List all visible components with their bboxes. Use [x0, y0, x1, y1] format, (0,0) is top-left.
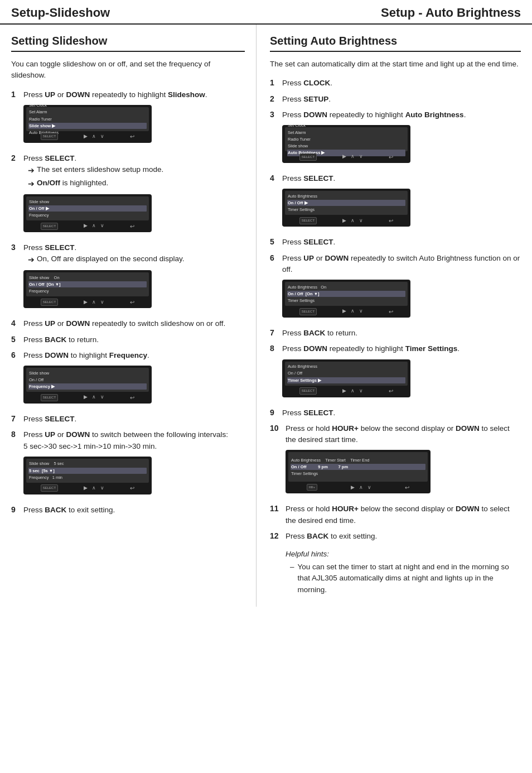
left-step-2: 2 Press SELECT. ➔The set enters slidesho…	[11, 153, 245, 238]
step-7-content: Press SELECT.	[23, 414, 245, 425]
left-step-7: 7 Press SELECT.	[11, 414, 245, 425]
r-step-8-content: Press DOWN repeatedly to highlight Timer…	[282, 343, 521, 402]
header: Setup-Slideshow Setup - Auto Brightness	[0, 0, 532, 25]
right-step-5: 5 Press SELECT.	[270, 237, 521, 248]
step-num-9: 9	[11, 505, 23, 514]
right-step-2: 2 Press SETUP.	[270, 94, 521, 105]
r-device-step6: Auto Brightness On On / Off [On ▼] Timer…	[282, 280, 521, 318]
step-num-5: 5	[11, 334, 23, 344]
left-column: Setting Slideshow You can toggle slidesh…	[0, 25, 257, 607]
right-step-1: 1 Press CLOCK.	[270, 78, 521, 89]
header-left: Setup-Slideshow	[11, 6, 110, 20]
left-step-3: 3 Press SELECT. ➔On, Off are displayed o…	[11, 242, 245, 314]
step-num-1: 1	[11, 89, 23, 99]
r-step-3-content: Press DOWN repeatedly to highlight Auto …	[282, 109, 521, 169]
step-4-content: Press UP or DOWN repeatedly to switch sl…	[23, 318, 245, 329]
right-step-10: 10 Press or hold HOUR+ below the second …	[270, 423, 521, 500]
right-step-7: 7 Press BACK to return.	[270, 328, 521, 339]
helpful-hints-title: Helpful hints:	[286, 550, 521, 558]
step-8-content: Press UP or DOWN to switch between the f…	[23, 429, 245, 500]
step-9-content: Press BACK to exit setting.	[23, 505, 245, 516]
step-num-4: 4	[11, 318, 23, 328]
left-step-1: 1 Press UP or DOWN repeatedly to highlig…	[11, 89, 245, 148]
step-num-7: 7	[11, 414, 23, 423]
left-section-title: Setting Slideshow	[11, 35, 245, 52]
device-step8: Slide show 5 sec 5 sec [5s ▼] Frequency …	[23, 457, 245, 494]
r-step-12-content: Press BACK to exit setting.	[286, 531, 521, 542]
r-device-step3: Set Clock Set Alarm Radio Tuner Slide sh…	[282, 125, 521, 163]
device-step1: Set Clock Set Alarm Radio Tuner Slide sh…	[23, 105, 245, 143]
r-step-num-5: 5	[270, 237, 282, 246]
right-step-9: 9 Press SELECT.	[270, 407, 521, 419]
left-step-4: 4 Press UP or DOWN repeatedly to switch …	[11, 318, 245, 329]
left-step-6: 6 Press DOWN to highlight Frequency. Sli…	[11, 350, 245, 409]
step-3-content: Press SELECT. ➔On, Off are displayed on …	[23, 242, 245, 314]
r-step-num-2: 2	[270, 94, 282, 103]
r-device-step8: Auto Brightness On / Off Timer Settings …	[282, 359, 521, 397]
helpful-hint: – You can set the timer to start at nigh…	[286, 561, 521, 596]
left-intro: You can toggle slideshow on or off, and …	[11, 59, 245, 81]
r-step-9-content: Press SELECT.	[282, 407, 521, 419]
r-step-num-1: 1	[270, 78, 282, 87]
step-num-8: 8	[11, 429, 23, 439]
right-step-8: 8 Press DOWN repeatedly to highlight Tim…	[270, 343, 521, 402]
step-6-content: Press DOWN to highlight Frequency. Slide…	[23, 350, 245, 409]
left-step-9: 9 Press BACK to exit setting.	[11, 505, 245, 516]
helpful-hint-text: You can set the timer to start at night …	[298, 561, 521, 596]
header-right: Setup - Auto Brightness	[381, 6, 521, 20]
r-step-num-3: 3	[270, 109, 282, 119]
r-step-num-9: 9	[270, 407, 282, 417]
step-num-6: 6	[11, 350, 23, 359]
right-step-11: 11 Press or hold HOUR+ below the second …	[270, 503, 521, 526]
step-2-content: Press SELECT. ➔The set enters slideshow …	[23, 153, 245, 238]
r-step-num-10: 10	[270, 423, 286, 433]
step-1-content: Press UP or DOWN repeatedly to highlight…	[23, 89, 245, 148]
left-step-5: 5 Press BACK to return.	[11, 334, 245, 345]
step-5-content: Press BACK to return.	[23, 334, 245, 345]
left-step-8: 8 Press UP or DOWN to switch between the…	[11, 429, 245, 500]
right-step-4: 4 Press SELECT. Auto Brightness On / Off…	[270, 173, 521, 232]
r-step-11-content: Press or hold HOUR+ below the second dis…	[286, 503, 521, 526]
right-section-title: Setting Auto Brightness	[270, 35, 521, 52]
r-step-1-content: Press CLOCK.	[282, 78, 521, 89]
r-step-4-content: Press SELECT. Auto Brightness On / Off ▶…	[282, 173, 521, 232]
r-step-num-12: 12	[270, 531, 286, 540]
r-device-step10: Auto Brightness Timer Start Timer End On…	[286, 450, 521, 493]
device-step3: Slide show On On / Off [On ▼] Frequency …	[23, 270, 245, 308]
right-step-12: 12 Press BACK to exit setting.	[270, 531, 521, 542]
device-step6: Slide show On / Off Frequency ▶ SELECT ▶…	[23, 366, 245, 404]
device-step2: Slide show On / Off ▶ Frequency SELECT ▶…	[23, 194, 245, 232]
r-step-10-content: Press or hold HOUR+ below the second dis…	[286, 423, 521, 500]
r-step-num-7: 7	[270, 328, 282, 337]
r-step-7-content: Press BACK to return.	[282, 328, 521, 339]
r-step-num-8: 8	[270, 343, 282, 353]
r-device-step4: Auto Brightness On / Off ▶ Timer Setting…	[282, 189, 521, 227]
r-step-num-11: 11	[270, 503, 286, 513]
step-num-2: 2	[11, 153, 23, 162]
right-step-6: 6 Press UP or DOWN repeatedly to switch …	[270, 253, 521, 324]
r-step-6-content: Press UP or DOWN repeatedly to switch Au…	[282, 253, 521, 324]
right-step-3: 3 Press DOWN repeatedly to highlight Aut…	[270, 109, 521, 169]
right-intro: The set can automatically dim at the sta…	[270, 59, 521, 70]
r-step-num-6: 6	[270, 253, 282, 262]
right-column: Setting Auto Brightness The set can auto…	[257, 25, 532, 607]
step-num-3: 3	[11, 242, 23, 252]
r-step-2-content: Press SETUP.	[282, 94, 521, 105]
r-step-num-4: 4	[270, 173, 282, 183]
r-step-5-content: Press SELECT.	[282, 237, 521, 248]
